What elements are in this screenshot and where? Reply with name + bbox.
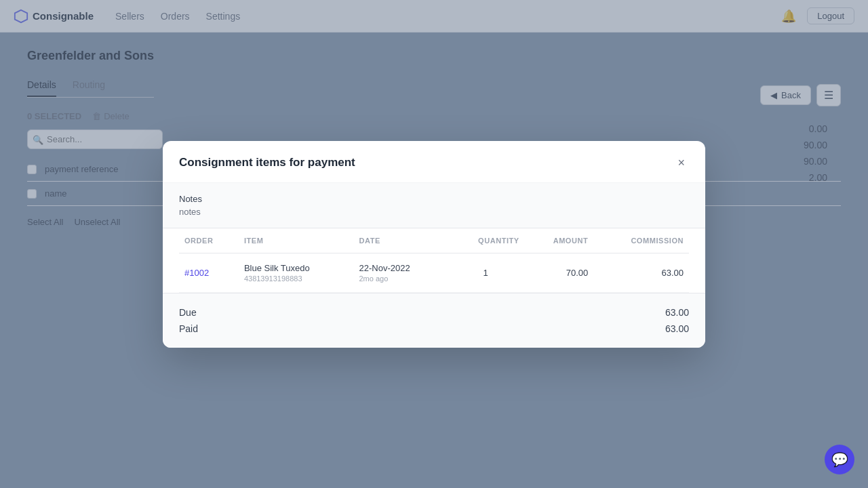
due-row: Due 63.00 bbox=[179, 304, 689, 321]
modal: Consignment items for payment × Notes no… bbox=[163, 141, 705, 348]
modal-table-wrapper: ORDER ITEM DATE QUANTITY AMOUNT COMMISSI… bbox=[163, 228, 705, 293]
cell-commission: 63.00 bbox=[593, 253, 689, 292]
order-link[interactable]: #1002 bbox=[184, 268, 209, 278]
due-label: Due bbox=[179, 307, 197, 318]
table-row: #1002 Blue Silk Tuxedo 43813913198883 22… bbox=[179, 253, 689, 292]
date-relative: 2mo ago bbox=[359, 274, 441, 283]
chat-icon: 💬 bbox=[831, 451, 848, 468]
item-name: Blue Silk Tuxedo bbox=[244, 263, 349, 273]
chat-bubble[interactable]: 💬 bbox=[825, 445, 854, 474]
modal-table: ORDER ITEM DATE QUANTITY AMOUNT COMMISSI… bbox=[179, 228, 689, 293]
col-header-commission: COMMISSION bbox=[593, 228, 689, 253]
paid-label: Paid bbox=[179, 323, 198, 334]
modal-header: Consignment items for payment × bbox=[163, 141, 705, 183]
col-header-order: ORDER bbox=[179, 228, 239, 253]
paid-value: 63.00 bbox=[665, 323, 689, 334]
table-header-row: ORDER ITEM DATE QUANTITY AMOUNT COMMISSI… bbox=[179, 228, 689, 253]
col-header-amount: AMOUNT bbox=[525, 228, 594, 253]
col-header-item: ITEM bbox=[239, 228, 354, 253]
cell-amount: 70.00 bbox=[525, 253, 594, 292]
modal-overlay: Consignment items for payment × Notes no… bbox=[0, 0, 868, 488]
notes-value: notes bbox=[179, 207, 689, 217]
date-main: 22-Nov-2022 bbox=[359, 263, 441, 273]
modal-footer: Due 63.00 Paid 63.00 bbox=[163, 293, 705, 348]
col-header-quantity: QUANTITY bbox=[447, 228, 525, 253]
cell-item: Blue Silk Tuxedo 43813913198883 bbox=[239, 253, 354, 292]
paid-row: Paid 63.00 bbox=[179, 321, 689, 337]
col-header-date: DATE bbox=[354, 228, 447, 253]
notes-label: Notes bbox=[179, 194, 689, 204]
cell-quantity: 1 bbox=[447, 253, 525, 292]
modal-body: Notes notes ORDER ITEM DATE QUANTITY AMO… bbox=[163, 183, 705, 348]
cell-date: 22-Nov-2022 2mo ago bbox=[354, 253, 447, 292]
notes-section: Notes notes bbox=[163, 183, 705, 228]
modal-close-button[interactable]: × bbox=[673, 155, 689, 171]
due-value: 63.00 bbox=[665, 307, 689, 318]
modal-title: Consignment items for payment bbox=[179, 156, 355, 169]
cell-order: #1002 bbox=[179, 253, 239, 292]
item-sku: 43813913198883 bbox=[244, 274, 349, 283]
